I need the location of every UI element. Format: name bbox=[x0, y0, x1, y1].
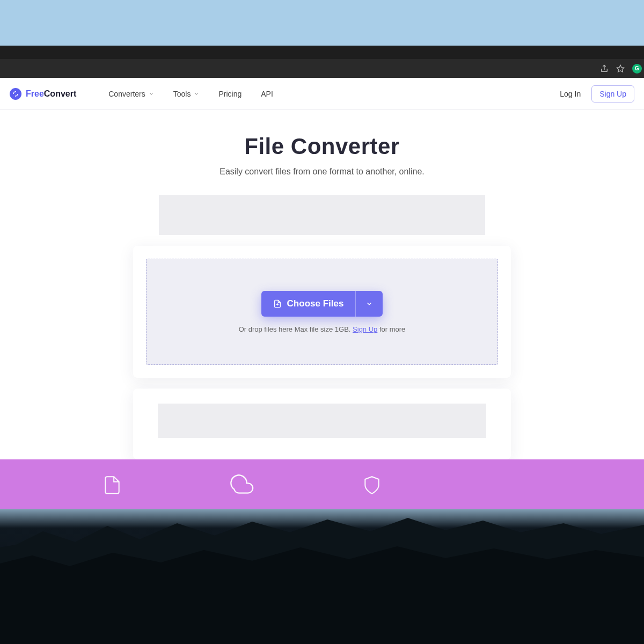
shield-icon bbox=[362, 473, 382, 497]
features-band bbox=[0, 459, 644, 509]
ad-placeholder-top bbox=[159, 195, 485, 235]
secondary-card bbox=[133, 389, 511, 459]
nav-right: Log In Sign Up bbox=[560, 85, 634, 103]
hero-section: File Converter Easily convert files from… bbox=[0, 110, 644, 177]
choose-files-button[interactable]: Choose Files bbox=[261, 291, 356, 317]
choose-files-dropdown[interactable] bbox=[355, 291, 383, 317]
star-icon[interactable] bbox=[616, 64, 625, 73]
nav-item-converters[interactable]: Converters bbox=[108, 90, 153, 98]
website-page: FreeConvert Converters Tools Pricing API… bbox=[0, 78, 644, 509]
page-title: File Converter bbox=[0, 134, 644, 159]
file-icon bbox=[102, 473, 122, 497]
browser-toolbar: G bbox=[0, 59, 644, 78]
drop-hint: Or drop files here Max file size 1GB. Si… bbox=[239, 325, 406, 333]
file-add-icon bbox=[273, 299, 282, 309]
chevron-down-icon bbox=[194, 91, 199, 97]
svg-marker-0 bbox=[617, 65, 624, 72]
login-link[interactable]: Log In bbox=[560, 90, 581, 98]
extension-badge[interactable]: G bbox=[632, 64, 642, 74]
site-nav: FreeConvert Converters Tools Pricing API… bbox=[0, 78, 644, 110]
brand-text: FreeConvert bbox=[26, 89, 76, 99]
drop-zone[interactable]: Choose Files Or drop files here Max file… bbox=[146, 259, 498, 365]
nav-links: Converters Tools Pricing API bbox=[108, 90, 560, 98]
cloud-icon bbox=[230, 473, 254, 497]
page-subtitle: Easily convert files from one format to … bbox=[0, 167, 644, 177]
brand-icon bbox=[10, 88, 21, 100]
brand-logo[interactable]: FreeConvert bbox=[10, 88, 76, 100]
nav-item-pricing[interactable]: Pricing bbox=[218, 90, 241, 98]
signup-inline-link[interactable]: Sign Up bbox=[353, 325, 377, 333]
upload-card: Choose Files Or drop files here Max file… bbox=[133, 246, 511, 378]
nav-item-api[interactable]: API bbox=[261, 90, 273, 98]
chevron-down-icon bbox=[149, 91, 154, 97]
choose-files-button-group: Choose Files bbox=[261, 291, 383, 317]
share-icon[interactable] bbox=[600, 64, 609, 73]
nav-item-tools[interactable]: Tools bbox=[173, 90, 200, 98]
signup-button[interactable]: Sign Up bbox=[591, 85, 634, 103]
ad-placeholder-bottom bbox=[158, 404, 486, 438]
chevron-down-icon bbox=[365, 300, 373, 308]
mountain-silhouette bbox=[0, 494, 644, 644]
